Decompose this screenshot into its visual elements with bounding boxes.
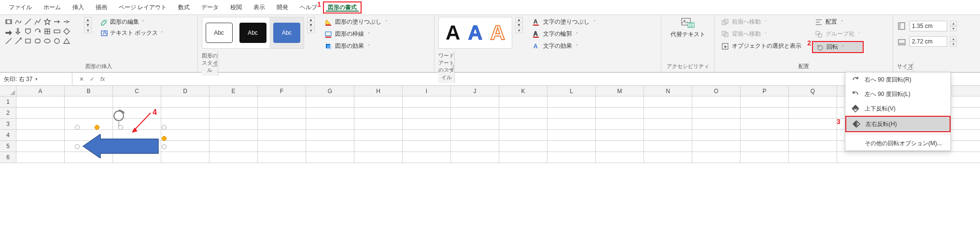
cell-L4[interactable]	[547, 130, 596, 140]
col-header-D[interactable]: D	[161, 86, 210, 96]
cell-P5[interactable]	[741, 141, 789, 152]
rotate-button[interactable]: 回転˅	[812, 41, 864, 53]
col-header-C[interactable]: C	[113, 86, 161, 96]
shape-effects-button[interactable]: 図形の効果˅	[322, 41, 391, 51]
tab-formulas[interactable]: 数式	[172, 0, 196, 14]
col-header-N[interactable]: N	[644, 86, 692, 96]
cell-M4[interactable]	[596, 130, 644, 140]
cell-Q1[interactable]	[789, 96, 837, 107]
height-spinner[interactable]: ▲▼	[950, 21, 957, 31]
col-header-I[interactable]: I	[403, 86, 451, 96]
name-box[interactable]: 矢印: 右 37 ▾	[0, 73, 72, 85]
rotation-handle-icon[interactable]	[112, 109, 126, 123]
cell-C1[interactable]	[113, 96, 161, 107]
col-header-P[interactable]: P	[741, 86, 789, 96]
cell-N1[interactable]	[644, 96, 692, 107]
cell-J5[interactable]	[451, 141, 499, 152]
cell-L3[interactable]	[547, 119, 596, 129]
cell-H3[interactable]	[354, 119, 403, 129]
col-header-K[interactable]: K	[499, 86, 547, 96]
col-header-G[interactable]: G	[306, 86, 354, 96]
tab-view[interactable]: 表示	[248, 0, 271, 14]
cell-K3[interactable]	[499, 119, 547, 129]
cell-H5[interactable]	[354, 141, 403, 152]
row-header-1[interactable]: 1	[0, 96, 16, 107]
cell-E4[interactable]	[210, 130, 258, 140]
cell-A5[interactable]	[16, 141, 65, 152]
cell-F3[interactable]	[258, 119, 306, 129]
enter-icon[interactable]: ✓	[90, 76, 95, 83]
cell-A6[interactable]	[16, 152, 65, 163]
tab-draw[interactable]: 描画	[90, 0, 113, 14]
flip-vertical[interactable]: 上下反転(V)	[845, 101, 951, 116]
cell-Q4[interactable]	[789, 130, 837, 140]
shape-width-input[interactable]: 2.72 cm	[910, 36, 947, 47]
cell-M5[interactable]	[596, 141, 644, 152]
alt-text-button[interactable]: 代替テキスト	[668, 17, 708, 39]
cell-L6[interactable]	[547, 152, 596, 163]
send-backward-button[interactable]: 背面へ移動˅	[718, 29, 804, 39]
text-fill-button[interactable]: A 文字の塗りつぶし˅	[530, 17, 599, 27]
more-rotation-options[interactable]: その他の回転オプション(M)...	[845, 137, 951, 151]
selection-pane-button[interactable]: オブジェクトの選択と表示	[718, 41, 804, 51]
text-outline-button[interactable]: A 文字の輪郭˅	[530, 29, 599, 39]
cell-E1[interactable]	[210, 96, 258, 107]
col-header-A[interactable]: A	[16, 86, 65, 96]
col-header-H[interactable]: H	[354, 86, 403, 96]
cell-G4[interactable]	[306, 130, 354, 140]
cell-O2[interactable]	[692, 108, 741, 118]
align-button[interactable]: 配置˅	[812, 17, 864, 27]
shape-style-gallery[interactable]: Abc Abc Abc	[202, 17, 304, 49]
cell-O6[interactable]	[692, 152, 741, 163]
cell-N2[interactable]	[644, 108, 692, 118]
row-header-2[interactable]: 2	[0, 108, 16, 118]
col-header-E[interactable]: E	[210, 86, 258, 96]
cell-Q5[interactable]	[789, 141, 837, 152]
cell-N4[interactable]	[644, 130, 692, 140]
select-all-corner[interactable]	[0, 86, 16, 96]
cell-I3[interactable]	[403, 119, 451, 129]
cell-K4[interactable]	[499, 130, 547, 140]
width-spinner[interactable]: ▲▼	[950, 36, 957, 47]
cell-J6[interactable]	[451, 152, 499, 163]
cancel-icon[interactable]: ✕	[79, 76, 84, 83]
cell-O1[interactable]	[692, 96, 741, 107]
cell-I6[interactable]	[403, 152, 451, 163]
cell-A3[interactable]	[16, 119, 65, 129]
cell-K5[interactable]	[499, 141, 547, 152]
cell-J4[interactable]	[451, 130, 499, 140]
row-header-3[interactable]: 3	[0, 119, 16, 129]
wordart-gallery-scroll[interactable]: ▲▼▾	[515, 17, 523, 33]
cell-I2[interactable]	[403, 108, 451, 118]
text-effects-button[interactable]: A 文字の効果˅	[530, 41, 599, 51]
cell-Q6[interactable]	[789, 152, 837, 163]
cell-A2[interactable]	[16, 108, 65, 118]
cell-P4[interactable]	[741, 130, 789, 140]
cell-L5[interactable]	[547, 141, 596, 152]
row-header-4[interactable]: 4	[0, 130, 16, 140]
cell-N6[interactable]	[644, 152, 692, 163]
wordart-gallery[interactable]: A A A	[438, 17, 512, 49]
shape-gallery[interactable]	[4, 17, 81, 46]
cell-I5[interactable]	[403, 141, 451, 152]
cell-O5[interactable]	[692, 141, 741, 152]
cell-G6[interactable]	[306, 152, 354, 163]
tab-page-layout[interactable]: ページ レイアウト	[113, 0, 172, 14]
cell-M3[interactable]	[596, 119, 644, 129]
fx-icon[interactable]: fx	[100, 76, 105, 83]
flip-horizontal[interactable]: 左右反転(H)	[845, 116, 951, 132]
col-header-O[interactable]: O	[692, 86, 741, 96]
cell-A1[interactable]	[16, 96, 65, 107]
cell-E2[interactable]	[210, 108, 258, 118]
cell-P6[interactable]	[741, 152, 789, 163]
cell-E6[interactable]	[210, 152, 258, 163]
row-header-5[interactable]: 5	[0, 141, 16, 152]
cell-H6[interactable]	[354, 152, 403, 163]
cell-H1[interactable]	[354, 96, 403, 107]
cell-Q2[interactable]	[789, 108, 837, 118]
tab-home[interactable]: ホーム	[38, 0, 67, 14]
tab-data[interactable]: データ	[196, 0, 224, 14]
tab-review[interactable]: 校閲	[224, 0, 248, 14]
tab-developer[interactable]: 開発	[271, 0, 294, 14]
cell-B1[interactable]	[65, 96, 113, 107]
